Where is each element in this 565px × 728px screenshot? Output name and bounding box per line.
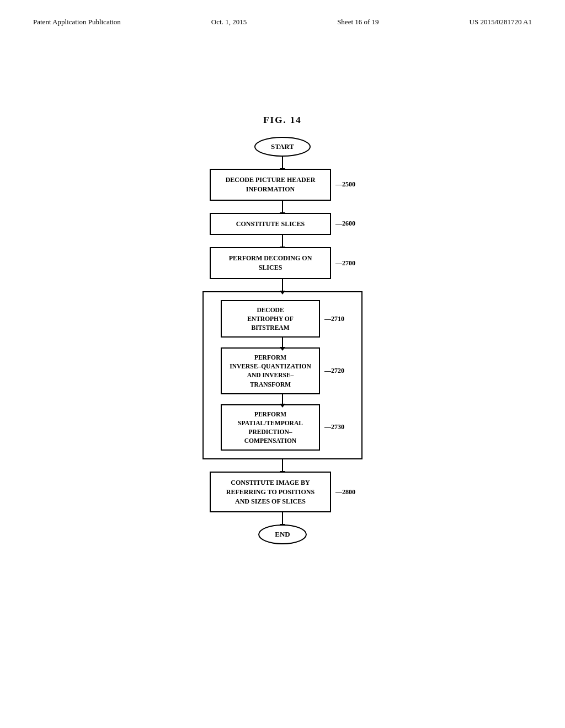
label-2730: —2730 xyxy=(324,423,344,431)
header-center: Oct. 1, 2015 xyxy=(211,18,247,26)
start-node-row: START xyxy=(254,137,311,157)
node-2800-row: CONSTITUTE IMAGE BYREFERRING TO POSITION… xyxy=(210,472,355,512)
node-2720-row: PERFORMINVERSE–QUANTIZATIONAND INVERSE–T… xyxy=(221,347,344,394)
arrow-7 xyxy=(282,459,283,472)
label-2800: —2800 xyxy=(335,488,355,496)
flowchart: START DECODE PICTURE HEADERINFORMATION —… xyxy=(0,137,565,544)
header-left: Patent Application Publication xyxy=(33,18,121,26)
label-2710: —2710 xyxy=(324,315,344,323)
label-2720: —2720 xyxy=(324,367,344,375)
node-2800-box: CONSTITUTE IMAGE BYREFERRING TO POSITION… xyxy=(210,472,331,512)
label-2500: —2500 xyxy=(335,180,355,189)
page-header: Patent Application Publication Oct. 1, 2… xyxy=(0,0,565,26)
node-2600-box: CONSTITUTE SLICES xyxy=(210,213,331,235)
node-2500-box: DECODE PICTURE HEADERINFORMATION xyxy=(210,169,331,201)
arrow-1 xyxy=(282,157,283,169)
node-2500-row: DECODE PICTURE HEADERINFORMATION —2500 xyxy=(210,169,355,201)
start-oval: START xyxy=(254,137,311,157)
node-2700-box: PERFORM DECODING ON SLICES xyxy=(210,247,331,279)
node-2600-row: CONSTITUTE SLICES —2600 xyxy=(210,213,355,235)
node-2730-row: PERFORMSPATIAL/TEMPORALPREDICTION–COMPEN… xyxy=(221,404,344,451)
fig-title: FIG. 14 xyxy=(0,115,565,126)
node-2700-row: PERFORM DECODING ON SLICES —2700 xyxy=(210,247,355,279)
arrow-8 xyxy=(282,512,283,524)
node-2730-box: PERFORMSPATIAL/TEMPORALPREDICTION–COMPEN… xyxy=(221,404,320,451)
node-2710-row: DECODEENTROPHY OF BITSTREAM —2710 xyxy=(221,300,344,338)
label-2700: —2700 xyxy=(335,259,355,267)
arrow-5 xyxy=(282,338,283,347)
node-2720-box: PERFORMINVERSE–QUANTIZATIONAND INVERSE–T… xyxy=(221,347,320,394)
header-sheet: Sheet 16 of 19 xyxy=(337,18,379,26)
end-oval: END xyxy=(258,524,306,544)
arrow-2 xyxy=(282,201,283,213)
inner-group-box: DECODEENTROPHY OF BITSTREAM —2710 PERFOR… xyxy=(202,291,363,459)
header-patent: US 2015/0281720 A1 xyxy=(470,18,532,26)
arrow-6 xyxy=(282,394,283,404)
label-2600: —2600 xyxy=(335,220,355,228)
arrow-3 xyxy=(282,235,283,247)
arrow-4 xyxy=(282,279,283,291)
node-2710-box: DECODEENTROPHY OF BITSTREAM xyxy=(221,300,320,338)
end-node-row: END xyxy=(258,524,306,544)
